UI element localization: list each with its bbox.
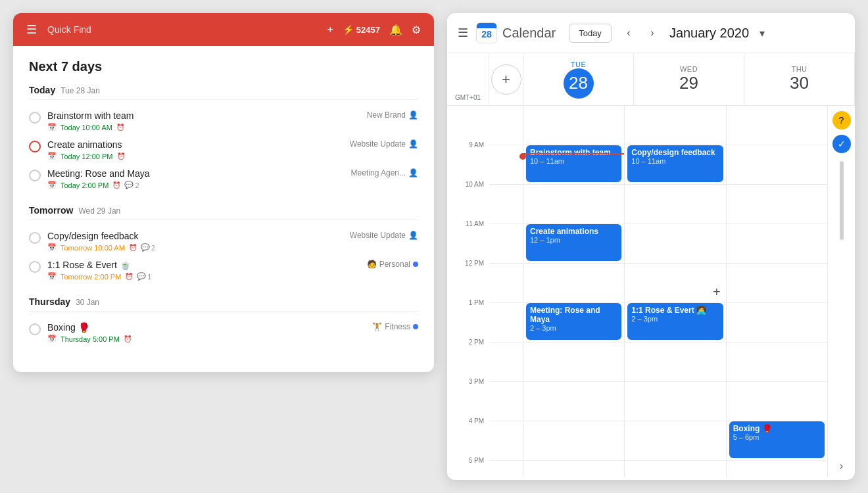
time-slot-4pm: 4 PM <box>447 421 489 461</box>
day-number: 29 <box>679 73 698 93</box>
side-icons-panel: ? ✓ › <box>827 106 855 477</box>
task-project: Website Update 👤 <box>350 231 418 240</box>
task-item: Copy/design feedback 📅 Tomorrow 10:00 AM… <box>29 227 418 256</box>
cal-event-boxing[interactable]: Boxing 🥊 5 – 6pm <box>729 421 825 458</box>
time-slot-9am: 9 AM <box>447 145 489 185</box>
time-slot-10am: 10 AM <box>447 185 489 224</box>
alarm-icon: ⏰ <box>125 273 133 280</box>
cal-month-label: January 2020 <box>669 26 749 41</box>
month-dropdown-icon[interactable]: ▾ <box>760 27 765 39</box>
yellow-icon-button[interactable]: ? <box>832 111 851 129</box>
task-project: Meeting Agen... 👤 <box>351 168 418 177</box>
task-checkbox[interactable] <box>29 170 41 181</box>
task-checkbox[interactable] <box>29 141 41 153</box>
event-time: 10 – 11am <box>631 157 719 165</box>
cal-event-meeting[interactable]: Meeting: Rose and Maya 2 – 3pm <box>526 303 621 340</box>
alarm-icon: ⏰ <box>112 181 120 189</box>
project-name: Fitness <box>385 322 410 331</box>
cal-logo: 28 Calendar <box>476 22 556 43</box>
today-button[interactable]: Today <box>569 24 612 43</box>
alarm-icon: ⏰ <box>124 335 132 342</box>
calendar-panel: ☰ 28 Calendar Today ‹ › January 2020 ▾ <box>447 13 855 480</box>
tomorrow-date: Wed 29 Jan <box>78 206 120 216</box>
event-time: 10 – 11am <box>530 157 617 165</box>
hamburger-icon[interactable]: ☰ <box>26 22 37 37</box>
thursday-section: Thursday 30 Jan Boxing 🥊 📅 Thursday 5:00… <box>29 296 418 347</box>
karma-score: 52457 <box>356 25 380 35</box>
todoist-body: Next 7 days Today Tue 28 Jan Brainstorm … <box>13 46 434 372</box>
cal-day-tue: TUE 28 <box>523 53 634 105</box>
dow-label: TUE <box>571 60 587 68</box>
time-slot-12pm: 12 PM <box>447 264 489 303</box>
alarm-icon: ⏰ <box>129 244 137 251</box>
event-title: Brainstorm with team <box>530 148 617 157</box>
project-name: Meeting Agen... <box>351 168 406 177</box>
tomorrow-section: Tomorrow Wed 29 Jan Copy/design feedback… <box>29 205 418 285</box>
cal-title: Calendar <box>502 26 556 41</box>
gear-icon[interactable]: ⚙ <box>412 24 421 36</box>
task-checkbox[interactable] <box>29 232 41 244</box>
task-content: Boxing 🥊 📅 Thursday 5:00 PM ⏰ <box>47 322 366 343</box>
chevron-right-icon[interactable]: › <box>840 460 843 477</box>
prev-month-button[interactable]: ‹ <box>619 24 638 42</box>
task-time: Tomorrow 10:00 AM <box>60 244 125 252</box>
event-title: Meeting: Rose and Maya <box>530 306 617 324</box>
task-item: Boxing 🥊 📅 Thursday 5:00 PM ⏰ 🏋 Fitness <box>29 318 418 347</box>
cal-event-copy-feedback[interactable]: Copy/design feedback 10 – 11am <box>627 145 723 182</box>
task-meta: 📅 Tomorrow 10:00 AM ⏰ 💬 2 <box>47 243 343 252</box>
add-event-plus-button[interactable]: + <box>713 284 721 299</box>
project-name: Website Update <box>350 231 406 240</box>
task-content: Create animations 📅 Today 12:00 PM ⏰ <box>47 139 343 160</box>
time-slot-2pm: 2 PM <box>447 342 489 382</box>
time-slot-11am: 11 AM <box>447 224 489 264</box>
event-time: 2 – 3pm <box>631 315 719 323</box>
event-time: 5 – 6pm <box>733 433 821 441</box>
project-name: Personal <box>379 260 410 269</box>
event-time: 12 – 1pm <box>530 236 617 244</box>
task-project: 🧑 Personal <box>367 260 418 269</box>
cal-event-1on1[interactable]: 1:1 Rose & Evert 🧑‍💻 2 – 3pm <box>627 303 723 340</box>
task-checkbox[interactable] <box>29 261 41 273</box>
next-month-button[interactable]: › <box>643 24 662 42</box>
task-name: Boxing 🥊 <box>47 322 366 333</box>
add-event-col: + <box>489 53 523 105</box>
cal-event-animations[interactable]: Create animations 12 – 1pm <box>526 224 621 261</box>
time-labels-col: 9 AM 10 AM 11 AM 12 PM 1 PM 2 PM 3 PM 4 … <box>447 106 489 477</box>
task-meta: 📅 Thursday 5:00 PM ⏰ <box>47 335 366 343</box>
task-name: Create animations <box>47 139 343 150</box>
project-name: New Brand <box>367 110 406 120</box>
today-date: Tue 28 Jan <box>60 86 100 95</box>
comment-badge: 💬 2 <box>124 181 139 189</box>
quick-find-label[interactable]: Quick Find <box>47 24 317 35</box>
day-number: 30 <box>790 73 809 93</box>
task-meta: 📅 Today 12:00 PM ⏰ <box>47 152 343 160</box>
day-number: 28 <box>564 68 594 99</box>
task-checkbox[interactable] <box>29 112 41 124</box>
header-icons: + ⚡ 52457 🔔 ⚙ <box>327 24 422 36</box>
event-title: Boxing 🥊 <box>733 424 821 433</box>
task-checkbox[interactable] <box>29 323 41 335</box>
task-name: Brainstorm with team <box>47 110 360 121</box>
task-time: Today 12:00 PM <box>60 153 113 160</box>
task-item: Brainstorm with team 📅 Today 10:00 AM ⏰ … <box>29 106 418 135</box>
current-time-dot <box>519 153 526 160</box>
dow-label: THU <box>791 65 807 73</box>
cal-day-thu: THU 30 <box>744 53 855 105</box>
cal-hamburger-icon[interactable]: ☰ <box>458 26 468 40</box>
time-slot-3pm: 3 PM <box>447 382 489 421</box>
dow-label: WED <box>680 65 698 73</box>
panel-title: Next 7 days <box>29 59 418 74</box>
add-icon[interactable]: + <box>327 24 333 35</box>
scrollbar-thumb[interactable] <box>840 161 844 240</box>
event-time: 2 – 3pm <box>530 324 617 332</box>
add-event-button[interactable]: + <box>491 64 521 95</box>
blue-check-button[interactable]: ✓ <box>832 135 851 153</box>
cal-event-brainstorm[interactable]: Brainstorm with team 10 – 11am <box>526 145 621 182</box>
alarm-icon: ⏰ <box>116 124 124 131</box>
current-time-line <box>523 153 624 154</box>
project-name: Website Update <box>350 139 406 149</box>
bell-icon[interactable]: 🔔 <box>389 24 402 36</box>
today-header: Today Tue 28 Jan <box>29 85 418 100</box>
event-title: Copy/design feedback <box>631 148 719 157</box>
task-item: Create animations 📅 Today 12:00 PM ⏰ Web… <box>29 135 418 164</box>
